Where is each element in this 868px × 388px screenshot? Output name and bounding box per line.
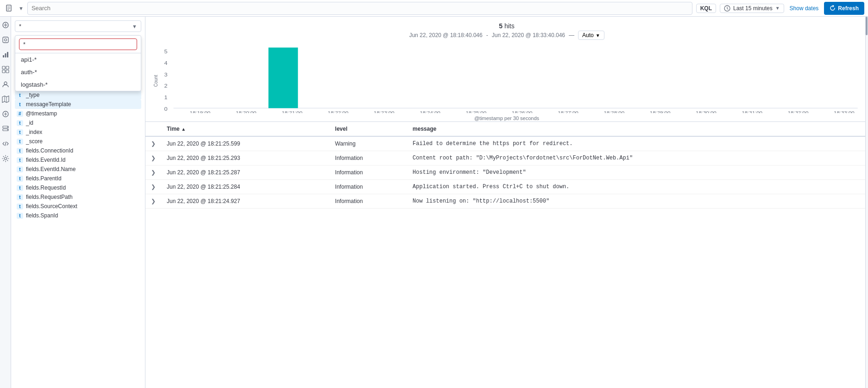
expand-btn-0[interactable]: ❯ [151, 140, 156, 147]
svg-text:18:32:00: 18:32:00 [788, 110, 809, 113]
row-message-0: Failed to determine the https port for r… [407, 136, 868, 151]
field-name-id: _id [26, 120, 33, 126]
svg-rect-12 [7, 52, 8, 57]
chart-x-label: @timestamp per 30 seconds [153, 115, 861, 121]
row-time-3: Jun 22, 2020 @ 18:21:25.284 [161, 180, 329, 194]
index-dropdown[interactable]: * ▼ [15, 20, 141, 32]
field-type-badge-rpath: t [17, 194, 23, 200]
row-time-2: Jun 22, 2020 @ 18:21:25.287 [161, 165, 329, 180]
nav-ml-icon[interactable] [1, 109, 10, 119]
field-timestamp[interactable]: # @timestamp [15, 109, 141, 118]
field-name-sc: fields.SourceContext [26, 203, 77, 210]
expand-btn-3[interactable]: ❯ [151, 184, 156, 190]
search-bar[interactable] [27, 2, 692, 15]
field-type[interactable]: t _type [15, 90, 141, 100]
field-name-mt: messageTemplate [26, 101, 71, 108]
nav-dev-icon[interactable] [1, 139, 10, 148]
svg-text:18:20:00: 18:20:00 [236, 110, 257, 113]
field-parentid[interactable]: t fields.ParentId [15, 174, 141, 183]
svg-text:3: 3 [164, 72, 168, 77]
main-layout: * ▼ api1-* auth-* logstash-* + Add filte… [0, 17, 868, 388]
field-index[interactable]: t _index [15, 127, 141, 137]
scrollbar-handle[interactable] [866, 17, 868, 35]
auto-label: Auto [582, 32, 594, 38]
field-spanid[interactable]: t fields.SpanId [15, 211, 141, 220]
show-dates-button[interactable]: Show dates [788, 5, 821, 12]
nav-visualize-icon[interactable] [1, 50, 10, 59]
field-messagetemplate[interactable]: t messageTemplate [15, 100, 141, 109]
svg-rect-13 [2, 66, 5, 69]
nav-dashboard-icon[interactable] [1, 65, 10, 74]
col-time[interactable]: Time ▲ [161, 122, 329, 136]
nav-settings-icon[interactable] [1, 154, 10, 163]
index-option-api1[interactable]: api1-* [15, 53, 141, 66]
row-time-0: Jun 22, 2020 @ 18:21:25.599 [161, 136, 329, 151]
field-score[interactable]: t _score [15, 137, 141, 146]
table-body: ❯ Jun 22, 2020 @ 18:21:25.599 Warning Fa… [145, 136, 868, 209]
row-expand-4[interactable]: ❯ [145, 194, 161, 209]
document-icon [4, 3, 15, 14]
row-expand-0[interactable]: ❯ [145, 136, 161, 151]
index-option-auth[interactable]: auth-* [15, 66, 141, 78]
field-type-badge-pid: t [17, 176, 23, 182]
row-time-4: Jun 22, 2020 @ 18:21:24.927 [161, 194, 329, 209]
field-type-badge-ts: # [17, 111, 23, 117]
left-nav [0, 17, 11, 388]
nav-discover-icon[interactable] [1, 35, 10, 45]
expand-btn-4[interactable]: ❯ [151, 198, 156, 204]
field-connectionid[interactable]: t fields.ConnectionId [15, 146, 141, 155]
row-expand-3[interactable]: ❯ [145, 180, 161, 194]
field-type-badge-id: t [17, 120, 23, 126]
refresh-button[interactable]: Refresh [824, 2, 864, 15]
nav-user-icon[interactable] [1, 80, 10, 89]
field-requestid[interactable]: t fields.RequestId [15, 183, 141, 192]
svg-rect-10 [3, 55, 4, 57]
time-range-selector[interactable]: Last 15 minutes ▼ [720, 4, 784, 13]
field-id[interactable]: t _id [15, 118, 141, 127]
table-row: ❯ Jun 22, 2020 @ 18:21:25.293 Informatio… [145, 151, 868, 165]
field-eventid-name[interactable]: t fields.EventId.Name [15, 165, 141, 174]
field-type-badge-cid: t [17, 148, 23, 154]
field-name-cid: fields.ConnectionId [26, 147, 73, 154]
chart-container: 0 1 2 3 4 5 Count 18:19:00 18:20:00 [153, 44, 861, 118]
col-expand [145, 122, 161, 136]
col-level[interactable]: level [329, 122, 407, 136]
expand-btn-2[interactable]: ❯ [151, 169, 156, 176]
nav-maps-icon[interactable] [1, 95, 10, 104]
field-eventid-id[interactable]: t fields.EventId.Id [15, 155, 141, 165]
field-requestpath[interactable]: t fields.RequestPath [15, 192, 141, 202]
svg-marker-18 [2, 96, 9, 102]
svg-point-24 [7, 127, 8, 127]
search-input[interactable] [31, 5, 688, 12]
expand-btn-1[interactable]: ❯ [151, 155, 156, 161]
dropdown-search-input[interactable] [19, 38, 137, 50]
svg-text:18:26:00: 18:26:00 [512, 110, 533, 113]
index-dropdown-menu: api1-* auth-* logstash-* [15, 35, 141, 91]
svg-point-9 [4, 39, 6, 41]
row-expand-2[interactable]: ❯ [145, 165, 161, 180]
auto-button[interactable]: Auto ▼ [578, 31, 604, 40]
document-chevron[interactable]: ▼ [19, 6, 24, 11]
date-from: Jun 22, 2020 @ 18:18:40.046 [409, 32, 482, 38]
field-name-sid: fields.SpanId [26, 212, 58, 219]
field-sourcecontext[interactable]: t fields.SourceContext [15, 202, 141, 211]
svg-text:18:25:00: 18:25:00 [466, 110, 487, 113]
index-dropdown-chevron: ▼ [132, 24, 137, 29]
row-expand-1[interactable]: ❯ [145, 151, 161, 165]
col-message[interactable]: message [407, 122, 868, 136]
field-name-rid: fields.RequestId [26, 184, 66, 191]
table-row: ❯ Jun 22, 2020 @ 18:21:25.599 Warning Fa… [145, 136, 868, 151]
dropdown-search-wrap [15, 36, 141, 53]
fields-section: t level t message Available fields Popul… [11, 46, 145, 388]
nav-home-icon[interactable] [1, 20, 10, 30]
histogram-area: 5 hits Jun 22, 2020 @ 18:18:40.046 - Jun… [145, 17, 868, 122]
kql-button[interactable]: KQL [696, 4, 716, 13]
field-name-eid: fields.EventId.Id [26, 157, 65, 163]
field-type-badge-eid: t [17, 157, 23, 163]
svg-text:18:33:00: 18:33:00 [834, 110, 855, 113]
histogram-bar[interactable] [269, 48, 298, 108]
nav-infrastructure-icon[interactable] [1, 124, 10, 134]
index-option-logstash[interactable]: logstash-* [15, 78, 141, 91]
hits-count: 5 [499, 22, 503, 30]
svg-text:18:30:00: 18:30:00 [696, 110, 717, 113]
